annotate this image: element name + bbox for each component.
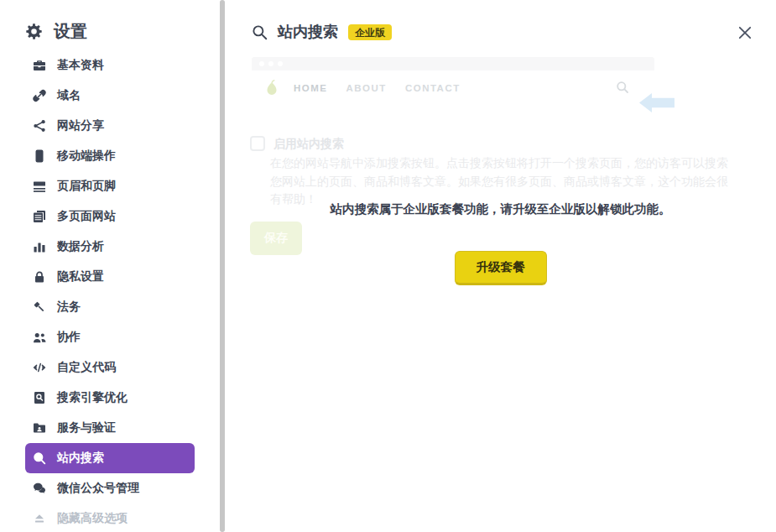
code-icon xyxy=(32,361,46,375)
browser-chrome-bar xyxy=(252,57,654,70)
sidebar-title-label: 设置 xyxy=(54,20,87,43)
pages-icon xyxy=(32,210,46,224)
settings-sidebar: 设置 基本资料 域名 网站分享 移动端操作 页眉和页脚 多页面网站 数据分 xyxy=(0,0,220,532)
sidebar-item-site-share[interactable]: 网站分享 xyxy=(25,111,195,141)
gavel-icon xyxy=(32,300,46,315)
eject-icon xyxy=(32,512,46,526)
window-dot xyxy=(268,61,273,66)
upgrade-plan-button[interactable]: 升级套餐 xyxy=(455,251,547,285)
settings-menu: 基本资料 域名 网站分享 移动端操作 页眉和页脚 多页面网站 数据分析 隐私设 xyxy=(0,50,220,532)
search-icon xyxy=(252,24,268,40)
sidebar-item-header-footer[interactable]: 页眉和页脚 xyxy=(25,171,195,201)
sidebar-item-collaboration[interactable]: 协作 xyxy=(25,322,195,352)
window-dot xyxy=(259,61,264,66)
search-icon xyxy=(32,451,46,466)
preview-navbar: HOME ABOUT CONTACT xyxy=(252,70,654,106)
sidebar-item-wechat-management[interactable]: 微信公众号管理 xyxy=(25,473,195,503)
preview-nav-home: HOME xyxy=(294,83,328,93)
sidebar-item-analytics[interactable]: 数据分析 xyxy=(25,232,195,262)
site-logo-icon xyxy=(263,78,280,98)
sidebar-item-services-verification[interactable]: 服务与验证 xyxy=(25,413,195,443)
save-button[interactable]: 保存 xyxy=(250,222,302,255)
upgrade-required-message: 站内搜索属于企业版套餐功能，请升级至企业版以解锁此功能。 xyxy=(225,201,776,217)
preview-nav-contact: CONTACT xyxy=(405,83,461,93)
header-footer-icon xyxy=(32,180,46,194)
preview-nav-about: ABOUT xyxy=(346,83,387,93)
lock-icon xyxy=(32,270,46,284)
close-icon xyxy=(737,25,753,40)
mobile-icon xyxy=(32,149,46,164)
sidebar-item-mobile[interactable]: 移动端操作 xyxy=(25,141,195,171)
sidebar-title: 设置 xyxy=(25,20,87,43)
share-icon xyxy=(32,119,46,133)
window-dot xyxy=(278,61,283,66)
sidebar-item-seo[interactable]: 搜索引擎优化 xyxy=(25,383,195,413)
enable-site-search-row: 启用站内搜索 xyxy=(250,136,344,151)
site-search-panel: 站内搜索 企业版 HOME ABOUT CONTACT 启用站内搜索 在您的网站… xyxy=(225,0,776,532)
panel-header: 站内搜索 企业版 xyxy=(252,22,392,42)
sidebar-item-hide-advanced-options[interactable]: 隐藏高级选项 xyxy=(25,503,195,532)
wechat-icon xyxy=(32,482,46,496)
feature-description: 在您的网站导航中添加搜索按钮。点击搜索按钮将打开一个搜索页面，您的访客可以搜索您… xyxy=(270,154,738,209)
enable-site-search-label: 启用站内搜索 xyxy=(273,136,344,151)
doc-search-icon xyxy=(32,391,46,405)
people-icon xyxy=(32,331,46,345)
folder-user-icon xyxy=(32,421,46,436)
link-icon xyxy=(32,89,46,103)
sidebar-item-site-search[interactable]: 站内搜索 xyxy=(25,443,195,473)
preview-search-icon xyxy=(616,81,629,94)
bar-chart-icon xyxy=(32,240,46,254)
pointer-arrow-icon xyxy=(639,92,674,113)
sidebar-item-basic-info[interactable]: 基本资料 xyxy=(25,50,195,81)
briefcase-icon xyxy=(32,59,46,73)
gear-icon xyxy=(25,23,43,40)
sidebar-item-custom-code[interactable]: 自定义代码 xyxy=(25,352,195,383)
close-button[interactable] xyxy=(737,25,753,40)
sidebar-item-privacy[interactable]: 隐私设置 xyxy=(25,262,195,292)
enterprise-plan-badge: 企业版 xyxy=(348,24,392,40)
sidebar-item-domain[interactable]: 域名 xyxy=(25,81,195,111)
browser-preview-mockup: HOME ABOUT CONTACT xyxy=(252,57,654,106)
enable-site-search-checkbox[interactable] xyxy=(250,136,265,151)
sidebar-item-legal[interactable]: 法务 xyxy=(25,292,195,322)
sidebar-item-multipage-site[interactable]: 多页面网站 xyxy=(25,201,195,232)
page-title: 站内搜索 xyxy=(278,22,338,42)
